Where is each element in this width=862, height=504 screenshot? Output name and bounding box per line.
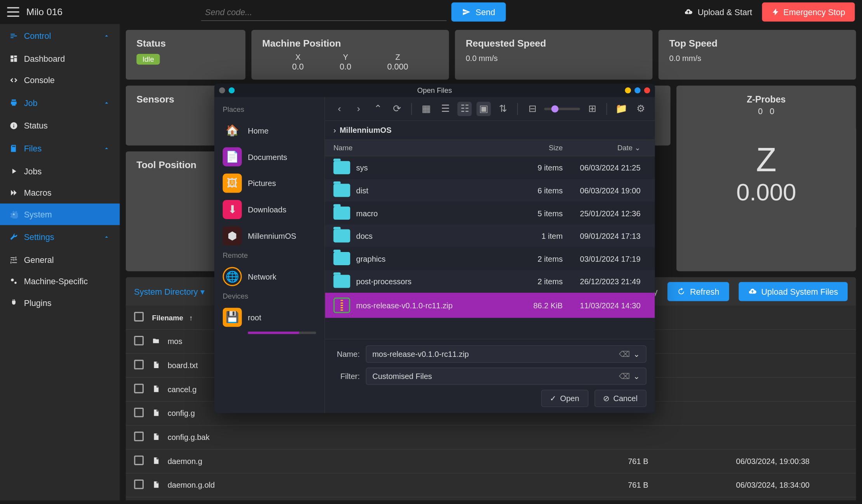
file-icon [152, 385, 162, 395]
folder-icon [334, 161, 350, 174]
sidebar-item-status[interactable]: Status [0, 115, 120, 137]
filename-input[interactable]: mos-release-v0.1.0-rc11.zip⌫⌄ [366, 346, 646, 363]
settings-icon[interactable]: ⚙ [633, 101, 648, 116]
file-row[interactable]: graphics2 items03/01/2024 17:19 [325, 247, 655, 270]
chevron-down-icon[interactable]: ⌄ [633, 372, 640, 381]
place-millenniumos[interactable]: ⬢MillenniumOS [214, 223, 325, 249]
info-icon [10, 122, 18, 130]
filter-select[interactable]: Customised Files⌫⌄ [366, 368, 646, 385]
folder-icon [334, 252, 350, 265]
zoom-slider[interactable] [544, 108, 580, 110]
sort-asc-icon[interactable]: ↑ [189, 313, 193, 322]
row-checkbox[interactable] [134, 408, 144, 417]
nav-back-icon[interactable]: ‹ [332, 101, 347, 116]
place-pictures[interactable]: 🖼Pictures [214, 170, 325, 196]
place-documents[interactable]: 📄Documents [214, 144, 325, 170]
row-checkbox[interactable] [134, 360, 144, 370]
nav-forward-icon[interactable]: › [351, 101, 366, 116]
view-icons-icon[interactable]: ▦ [419, 101, 433, 116]
folder-icon [152, 337, 162, 346]
minimize-icon[interactable] [625, 87, 631, 93]
place-root[interactable]: 💾root [214, 304, 325, 330]
sidebar-item-jobs[interactable]: Jobs [0, 160, 120, 182]
code-icon [10, 76, 18, 85]
upload-system-files-button[interactable]: Upload System Files [739, 282, 848, 301]
upload-start-button[interactable]: Upload & Start [685, 7, 752, 17]
col-date[interactable]: Date ⌄ [563, 144, 646, 152]
clear-icon[interactable]: ⌫ [619, 349, 630, 358]
table-row[interactable]: drives.g870 B06/03/2024, 16:09:56 [126, 497, 856, 501]
new-folder-icon[interactable]: 📁 [614, 101, 629, 116]
system-directory-dropdown[interactable]: System Directory ▾ [134, 287, 204, 296]
file-row[interactable]: dist6 items06/03/2024 19:00 [325, 179, 655, 202]
col-name[interactable]: Name [334, 144, 515, 152]
svg-point-3 [14, 282, 16, 283]
chevron-down-icon[interactable]: ⌄ [633, 349, 640, 358]
sidebar-item-console[interactable]: Console [0, 70, 120, 91]
app-title: Milo 016 [26, 7, 63, 17]
place-network[interactable]: 🌐Network [214, 263, 325, 290]
macro-icon [10, 189, 18, 197]
table-row[interactable]: daemon.g761 B06/03/2024, 19:00:38 [126, 450, 856, 474]
nav-up-icon[interactable]: ⌃ [370, 101, 385, 116]
zip-icon [334, 297, 350, 313]
sort-icon[interactable]: ⇅ [496, 101, 510, 116]
cogs-icon [10, 277, 18, 286]
cloud-upload-icon [748, 287, 756, 296]
sidebar-group-job[interactable]: Job [0, 91, 120, 115]
file-row[interactable]: sys9 items06/03/2024 21:25 [325, 156, 655, 179]
zoom-in-icon[interactable]: ⊞ [585, 101, 599, 116]
chevron-up-icon [103, 145, 110, 152]
view-list-icon[interactable]: ☷ [457, 101, 472, 116]
sidebar-item-system[interactable]: System [0, 203, 120, 225]
col-size[interactable]: Size [515, 144, 563, 152]
emergency-stop-button[interactable]: Emergency Stop [762, 2, 855, 21]
sidebar-item-plugins[interactable]: Plugins [0, 292, 120, 314]
row-checkbox[interactable] [134, 384, 144, 393]
refresh-icon [677, 287, 685, 296]
sidebar-group-settings[interactable]: Settings [0, 225, 120, 249]
sidebar-item-machine-specific[interactable]: Machine-Specific [0, 271, 120, 292]
sidebar-group-files[interactable]: Files [0, 137, 120, 161]
table-row[interactable]: config.g.bak [126, 426, 856, 450]
zoom-out-icon[interactable]: ⊟ [525, 101, 539, 116]
breadcrumb[interactable]: › MillenniumOS [325, 121, 655, 139]
file-row[interactable]: docs1 item09/01/2024 17:13 [325, 224, 655, 247]
reload-icon[interactable]: ⟳ [390, 101, 404, 116]
table-row[interactable]: daemon.g.old761 B06/03/2024, 18:34:00 [126, 473, 856, 497]
row-checkbox[interactable] [134, 336, 144, 346]
window-control-icon[interactable] [229, 87, 235, 93]
view-compact-icon[interactable]: ☰ [438, 101, 453, 116]
status-card: Status Idle [126, 30, 245, 80]
bolt-icon [771, 8, 780, 16]
sidebar-item-general[interactable]: General [0, 249, 120, 271]
file-row[interactable]: post-processors2 items26/12/2023 21:49 [325, 270, 655, 293]
chevron-up-icon [103, 99, 110, 107]
place-downloads[interactable]: ⬇Downloads [214, 196, 325, 223]
menu-toggle[interactable] [7, 6, 19, 18]
refresh-button[interactable]: Refresh [667, 282, 729, 301]
row-checkbox[interactable] [134, 455, 144, 465]
row-checkbox[interactable] [134, 432, 144, 441]
folder-icon [334, 275, 350, 288]
sidebar-group-control[interactable]: Control [0, 24, 120, 48]
preview-icon[interactable]: ▣ [476, 101, 491, 116]
file-row[interactable]: mos-release-v0.1.0-rc11.zip86.2 KiB11/03… [325, 293, 655, 318]
row-checkbox[interactable] [134, 480, 144, 489]
open-button[interactable]: ✓ Open [541, 390, 588, 407]
dialog-sidebar: Places 🏠Home 📄Documents 🖼Pictures ⬇Downl… [214, 97, 325, 413]
place-home[interactable]: 🏠Home [214, 117, 325, 144]
clear-icon[interactable]: ⌫ [619, 372, 630, 381]
svg-point-1 [13, 213, 15, 215]
sidebar: Control Dashboard Console Job Status Fil… [0, 24, 120, 501]
send-input[interactable] [202, 3, 447, 21]
cancel-button[interactable]: ⊘ Cancel [594, 390, 646, 407]
file-row[interactable]: macro5 items25/01/2024 12:36 [325, 202, 655, 225]
sidebar-item-macros[interactable]: Macros [0, 182, 120, 203]
send-button[interactable]: Send [452, 2, 506, 21]
close-icon[interactable] [644, 87, 650, 93]
sidebar-item-dashboard[interactable]: Dashboard [0, 48, 120, 70]
window-control-icon[interactable] [219, 87, 225, 93]
maximize-icon[interactable] [634, 87, 640, 93]
select-all-checkbox[interactable] [134, 312, 144, 322]
